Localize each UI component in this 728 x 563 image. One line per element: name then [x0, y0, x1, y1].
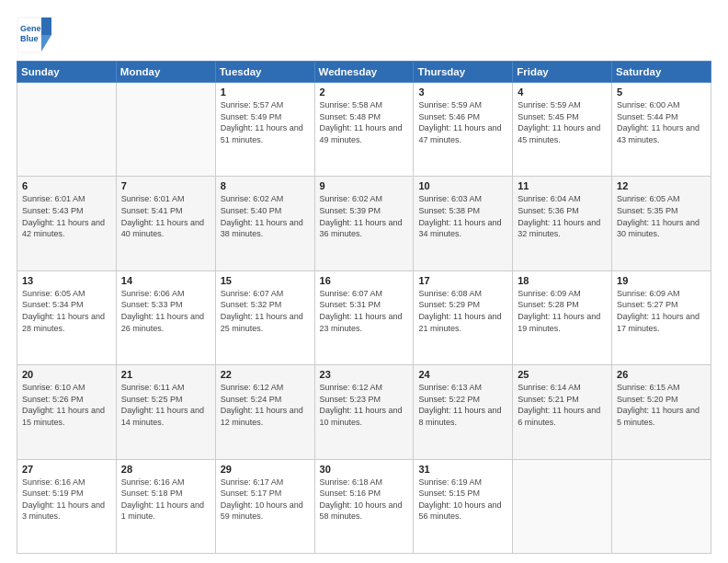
calendar-cell: 11Sunrise: 6:04 AMSunset: 5:36 PMDayligh…: [513, 177, 612, 270]
weekday-header-saturday: Saturday: [612, 62, 711, 83]
logo: General Blue: [17, 17, 53, 53]
day-info: Sunrise: 6:01 AMSunset: 5:41 PMDaylight:…: [121, 193, 210, 239]
day-number: 15: [221, 275, 310, 286]
weekday-header-wednesday: Wednesday: [314, 62, 414, 83]
day-number: 16: [320, 275, 409, 286]
day-info: Sunrise: 6:06 AMSunset: 5:33 PMDaylight:…: [121, 288, 210, 334]
calendar-cell: 5Sunrise: 6:00 AMSunset: 5:44 PMDaylight…: [612, 83, 711, 177]
calendar-cell: [17, 83, 117, 177]
day-number: 9: [320, 180, 409, 191]
day-info: Sunrise: 6:05 AMSunset: 5:34 PMDaylight:…: [22, 288, 111, 334]
day-info: Sunrise: 5:59 AMSunset: 5:46 PMDaylight:…: [418, 99, 507, 145]
calendar-cell: 23Sunrise: 6:12 AMSunset: 5:23 PMDayligh…: [314, 365, 414, 459]
day-info: Sunrise: 6:08 AMSunset: 5:29 PMDaylight:…: [418, 288, 507, 334]
day-info: Sunrise: 6:15 AMSunset: 5:20 PMDaylight:…: [617, 382, 706, 428]
day-info: Sunrise: 6:07 AMSunset: 5:31 PMDaylight:…: [320, 288, 409, 334]
day-number: 11: [518, 180, 607, 191]
header: General Blue: [17, 17, 711, 53]
calendar-cell: 8Sunrise: 6:02 AMSunset: 5:40 PMDaylight…: [215, 177, 314, 270]
calendar-cell: 4Sunrise: 5:59 AMSunset: 5:45 PMDaylight…: [513, 83, 612, 177]
day-info: Sunrise: 6:05 AMSunset: 5:35 PMDaylight:…: [617, 193, 706, 239]
day-number: 4: [518, 86, 607, 98]
day-info: Sunrise: 6:16 AMSunset: 5:18 PMDaylight:…: [121, 477, 210, 523]
day-info: Sunrise: 6:14 AMSunset: 5:21 PMDaylight:…: [518, 382, 607, 428]
day-info: Sunrise: 6:07 AMSunset: 5:32 PMDaylight:…: [221, 288, 310, 334]
day-number: 23: [320, 369, 409, 380]
calendar-cell: 15Sunrise: 6:07 AMSunset: 5:32 PMDayligh…: [215, 270, 314, 364]
calendar-cell: 13Sunrise: 6:05 AMSunset: 5:34 PMDayligh…: [17, 270, 117, 364]
day-info: Sunrise: 6:12 AMSunset: 5:24 PMDaylight:…: [221, 382, 310, 428]
calendar-cell: 7Sunrise: 6:01 AMSunset: 5:41 PMDaylight…: [116, 177, 215, 270]
calendar-cell: 28Sunrise: 6:16 AMSunset: 5:18 PMDayligh…: [116, 459, 215, 553]
calendar-week-2: 6Sunrise: 6:01 AMSunset: 5:43 PMDaylight…: [17, 177, 711, 270]
calendar-cell: 25Sunrise: 6:14 AMSunset: 5:21 PMDayligh…: [513, 365, 612, 459]
day-number: 14: [121, 275, 210, 286]
weekday-header-friday: Friday: [513, 62, 612, 83]
day-number: 13: [22, 275, 111, 286]
day-number: 20: [22, 369, 111, 380]
day-number: 7: [121, 180, 210, 191]
calendar-cell: 20Sunrise: 6:10 AMSunset: 5:26 PMDayligh…: [17, 365, 117, 459]
calendar-cell: 9Sunrise: 6:02 AMSunset: 5:39 PMDaylight…: [314, 177, 414, 270]
calendar-week-3: 13Sunrise: 6:05 AMSunset: 5:34 PMDayligh…: [17, 270, 711, 364]
day-number: 29: [221, 464, 310, 475]
day-info: Sunrise: 5:59 AMSunset: 5:45 PMDaylight:…: [518, 99, 607, 145]
day-info: Sunrise: 6:10 AMSunset: 5:26 PMDaylight:…: [22, 382, 111, 428]
day-number: 19: [617, 275, 706, 286]
svg-marker-4: [41, 35, 51, 52]
calendar-cell: 2Sunrise: 5:58 AMSunset: 5:48 PMDaylight…: [314, 83, 414, 177]
calendar-table: SundayMondayTuesdayWednesdayThursdayFrid…: [17, 61, 711, 554]
weekday-header-tuesday: Tuesday: [215, 62, 314, 83]
calendar-cell: 29Sunrise: 6:17 AMSunset: 5:17 PMDayligh…: [215, 459, 314, 553]
calendar-cell: 17Sunrise: 6:08 AMSunset: 5:29 PMDayligh…: [414, 270, 513, 364]
calendar-cell: 21Sunrise: 6:11 AMSunset: 5:25 PMDayligh…: [116, 365, 215, 459]
day-info: Sunrise: 6:19 AMSunset: 5:15 PMDaylight:…: [418, 477, 507, 523]
day-number: 10: [418, 180, 507, 191]
day-info: Sunrise: 6:09 AMSunset: 5:27 PMDaylight:…: [617, 288, 706, 334]
calendar-cell: 26Sunrise: 6:15 AMSunset: 5:20 PMDayligh…: [612, 365, 711, 459]
calendar-cell: 1Sunrise: 5:57 AMSunset: 5:49 PMDaylight…: [215, 83, 314, 177]
calendar-week-5: 27Sunrise: 6:16 AMSunset: 5:19 PMDayligh…: [17, 459, 711, 553]
day-info: Sunrise: 6:09 AMSunset: 5:28 PMDaylight:…: [518, 288, 607, 334]
day-info: Sunrise: 6:18 AMSunset: 5:16 PMDaylight:…: [320, 477, 409, 523]
calendar-cell: 6Sunrise: 6:01 AMSunset: 5:43 PMDaylight…: [17, 177, 117, 270]
day-number: 6: [22, 180, 111, 191]
calendar-cell: 16Sunrise: 6:07 AMSunset: 5:31 PMDayligh…: [314, 270, 414, 364]
calendar-cell: 3Sunrise: 5:59 AMSunset: 5:46 PMDaylight…: [414, 83, 513, 177]
day-info: Sunrise: 5:57 AMSunset: 5:49 PMDaylight:…: [221, 99, 310, 145]
page: General Blue SundayMondayTuesdayWednesda…: [0, 0, 728, 563]
weekday-header-sunday: Sunday: [17, 62, 117, 83]
day-info: Sunrise: 6:01 AMSunset: 5:43 PMDaylight:…: [22, 193, 111, 239]
day-info: Sunrise: 6:13 AMSunset: 5:22 PMDaylight:…: [418, 382, 507, 428]
day-info: Sunrise: 5:58 AMSunset: 5:48 PMDaylight:…: [320, 99, 409, 145]
calendar-cell: 27Sunrise: 6:16 AMSunset: 5:19 PMDayligh…: [17, 459, 117, 553]
day-number: 24: [418, 369, 507, 380]
day-number: 17: [418, 275, 507, 286]
day-number: 2: [320, 86, 409, 98]
day-number: 28: [121, 464, 210, 475]
calendar-week-4: 20Sunrise: 6:10 AMSunset: 5:26 PMDayligh…: [17, 365, 711, 459]
calendar-cell: 31Sunrise: 6:19 AMSunset: 5:15 PMDayligh…: [414, 459, 513, 553]
day-info: Sunrise: 6:02 AMSunset: 5:39 PMDaylight:…: [320, 193, 409, 239]
day-number: 31: [418, 464, 507, 475]
day-number: 12: [617, 180, 706, 191]
day-number: 8: [221, 180, 310, 191]
day-info: Sunrise: 6:03 AMSunset: 5:38 PMDaylight:…: [418, 193, 507, 239]
day-info: Sunrise: 6:00 AMSunset: 5:44 PMDaylight:…: [617, 99, 706, 145]
weekday-header-monday: Monday: [116, 62, 215, 83]
day-number: 5: [617, 86, 706, 98]
day-info: Sunrise: 6:16 AMSunset: 5:19 PMDaylight:…: [22, 477, 111, 523]
day-number: 30: [320, 464, 409, 475]
day-number: 25: [518, 369, 607, 380]
day-number: 21: [121, 369, 210, 380]
day-info: Sunrise: 6:11 AMSunset: 5:25 PMDaylight:…: [121, 382, 210, 428]
calendar-week-1: 1Sunrise: 5:57 AMSunset: 5:49 PMDaylight…: [17, 83, 711, 177]
calendar-cell: [612, 459, 711, 553]
svg-marker-3: [41, 17, 51, 35]
day-number: 1: [221, 86, 310, 98]
calendar-cell: 10Sunrise: 6:03 AMSunset: 5:38 PMDayligh…: [414, 177, 513, 270]
day-info: Sunrise: 6:02 AMSunset: 5:40 PMDaylight:…: [221, 193, 310, 239]
day-number: 22: [221, 369, 310, 380]
day-number: 26: [617, 369, 706, 380]
day-number: 18: [518, 275, 607, 286]
